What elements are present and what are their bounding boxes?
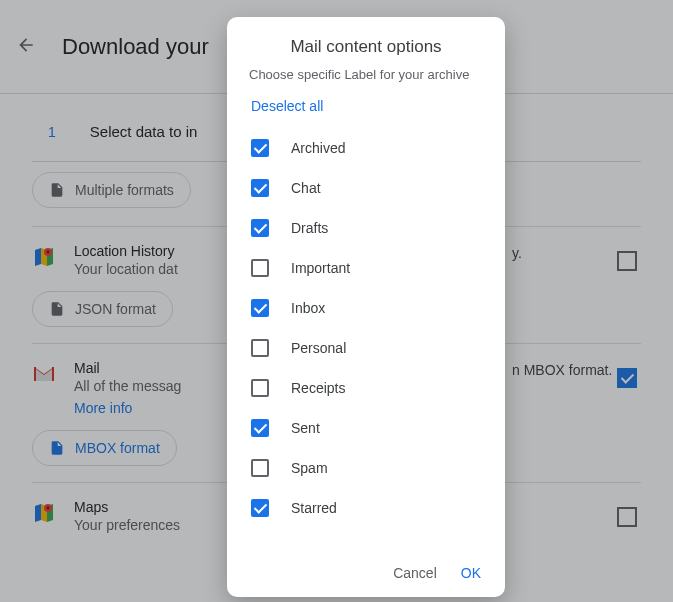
dialog-actions: Cancel OK	[227, 549, 505, 597]
label-option[interactable]: Drafts	[251, 208, 501, 248]
checkbox[interactable]	[251, 379, 269, 397]
option-label: Starred	[291, 500, 337, 516]
ok-button[interactable]: OK	[461, 565, 481, 581]
checkbox[interactable]	[251, 139, 269, 157]
label-option[interactable]: Inbox	[251, 288, 501, 328]
label-option[interactable]: Archived	[251, 128, 501, 168]
dialog-scroll-area[interactable]: Deselect all ArchivedChatDraftsImportant…	[227, 94, 505, 549]
checkbox[interactable]	[251, 499, 269, 517]
label-option[interactable]: Spam	[251, 448, 501, 488]
option-label: Personal	[291, 340, 346, 356]
label-option[interactable]: Receipts	[251, 368, 501, 408]
option-label: Spam	[291, 460, 328, 476]
label-option[interactable]: Sent	[251, 408, 501, 448]
option-label: Chat	[291, 180, 321, 196]
checkbox[interactable]	[251, 339, 269, 357]
deselect-all-link[interactable]: Deselect all	[251, 94, 501, 128]
label-option[interactable]: Important	[251, 248, 501, 288]
cancel-button[interactable]: Cancel	[393, 565, 437, 581]
dialog-subtitle: Choose specific Label for your archive	[227, 67, 505, 94]
checkbox[interactable]	[251, 419, 269, 437]
checkbox[interactable]	[251, 179, 269, 197]
option-label: Receipts	[291, 380, 345, 396]
checkbox[interactable]	[251, 219, 269, 237]
option-label: Drafts	[291, 220, 328, 236]
checkbox[interactable]	[251, 459, 269, 477]
dialog-title: Mail content options	[227, 17, 505, 67]
option-label: Important	[291, 260, 350, 276]
checkbox[interactable]	[251, 259, 269, 277]
option-label: Sent	[291, 420, 320, 436]
checkbox[interactable]	[251, 299, 269, 317]
option-label: Inbox	[291, 300, 325, 316]
option-label: Archived	[291, 140, 345, 156]
label-option[interactable]: Personal	[251, 328, 501, 368]
mail-content-options-dialog: Mail content options Choose specific Lab…	[227, 17, 505, 597]
label-option[interactable]: Chat	[251, 168, 501, 208]
label-option[interactable]: Starred	[251, 488, 501, 528]
